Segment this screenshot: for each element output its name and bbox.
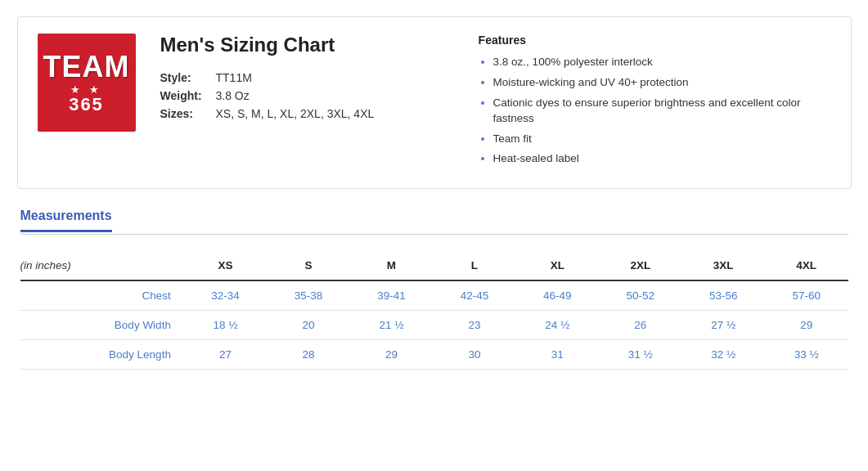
table-row: Chest32-3435-3839-4142-4546-4950-5253-56… bbox=[20, 280, 848, 311]
table-cell: 57-60 bbox=[765, 280, 848, 311]
table-col-header: M bbox=[350, 251, 433, 280]
table-body: Chest32-3435-3839-4142-4546-4950-5253-56… bbox=[20, 280, 848, 370]
table-col-header: S bbox=[267, 251, 349, 280]
table-cell: 18 ½ bbox=[184, 311, 267, 340]
logo-team-text: TEAM bbox=[43, 52, 130, 82]
features-section: Features 3.8 oz., 100% polyester interlo… bbox=[479, 34, 831, 172]
table-cell: 35-38 bbox=[267, 280, 349, 311]
row-label: Body Width bbox=[20, 311, 184, 340]
style-label: Style: bbox=[160, 71, 209, 84]
features-title: Features bbox=[479, 34, 831, 47]
table-cell: 29 bbox=[765, 311, 848, 340]
table-cell: 27 bbox=[184, 340, 267, 370]
table-cell: 32 ½ bbox=[682, 340, 765, 370]
table-cell: 24 ½ bbox=[516, 311, 599, 340]
col-label-inches: (in inches) bbox=[20, 251, 184, 280]
table-cell: 50-52 bbox=[599, 280, 681, 311]
size-table: (in inches) XSSMLXL2XL3XL4XL Chest32-343… bbox=[20, 251, 848, 370]
table-row: Body Width18 ½2021 ½2324 ½2627 ½29 bbox=[20, 311, 848, 340]
feature-item: Moisture-wicking and UV 40+ protection bbox=[493, 75, 831, 91]
table-cell: 32-34 bbox=[184, 280, 267, 311]
spec-row-weight: Weight: 3.8 Oz bbox=[160, 89, 454, 102]
table-cell: 53-56 bbox=[682, 280, 765, 311]
table-cell: 42-45 bbox=[433, 280, 515, 311]
weight-value: 3.8 Oz bbox=[216, 89, 250, 102]
table-row: Body Length272829303131 ½32 ½33 ½ bbox=[20, 340, 848, 370]
sizes-label: Sizes: bbox=[160, 107, 209, 120]
table-col-header: 2XL bbox=[599, 251, 681, 280]
top-card: TEAM ★ ★ 365 Men's Sizing Chart Style: T… bbox=[17, 16, 852, 189]
logo-365-text: 365 bbox=[69, 96, 104, 114]
feature-item: Heat-sealed label bbox=[493, 151, 831, 167]
table-cell: 30 bbox=[433, 340, 515, 370]
sizes-value: XS, S, M, L, XL, 2XL, 3XL, 4XL bbox=[216, 107, 375, 120]
product-info: Men's Sizing Chart Style: TT11M Weight: … bbox=[160, 34, 454, 125]
features-list: 3.8 oz., 100% polyester interlockMoistur… bbox=[479, 55, 831, 167]
row-label: Body Length bbox=[20, 340, 184, 370]
table-header-row: (in inches) XSSMLXL2XL3XL4XL bbox=[20, 251, 848, 280]
spec-row-sizes: Sizes: XS, S, M, L, XL, 2XL, 3XL, 4XL bbox=[160, 107, 454, 120]
table-cell: 46-49 bbox=[516, 280, 599, 311]
weight-label: Weight: bbox=[160, 89, 209, 102]
table-cell: 39-41 bbox=[350, 280, 433, 311]
product-title: Men's Sizing Chart bbox=[160, 34, 454, 56]
table-cell: 20 bbox=[267, 311, 349, 340]
table-col-header: XS bbox=[184, 251, 267, 280]
table-col-header: L bbox=[433, 251, 515, 280]
table-cell: 23 bbox=[433, 311, 515, 340]
table-col-header: XL bbox=[516, 251, 599, 280]
row-label: Chest bbox=[20, 280, 184, 311]
brand-logo: TEAM ★ ★ 365 bbox=[38, 34, 136, 132]
table-cell: 21 ½ bbox=[350, 311, 433, 340]
table-cell: 28 bbox=[267, 340, 349, 370]
spec-row-style: Style: TT11M bbox=[160, 71, 454, 84]
feature-item: Team fit bbox=[493, 132, 831, 147]
table-cell: 31 ½ bbox=[599, 340, 681, 370]
style-value: TT11M bbox=[216, 71, 252, 84]
table-cell: 33 ½ bbox=[765, 340, 848, 370]
table-col-header: 3XL bbox=[682, 251, 765, 280]
table-col-header: 4XL bbox=[765, 251, 848, 280]
measurements-heading: Measurements bbox=[20, 209, 112, 232]
table-cell: 27 ½ bbox=[682, 311, 765, 340]
feature-item: 3.8 oz., 100% polyester interlock bbox=[493, 55, 831, 70]
divider bbox=[20, 234, 848, 235]
measurements-section: Measurements (in inches) XSSMLXL2XL3XL4X… bbox=[17, 209, 852, 370]
page-wrapper: TEAM ★ ★ 365 Men's Sizing Chart Style: T… bbox=[17, 16, 852, 370]
table-cell: 29 bbox=[350, 340, 433, 370]
table-cell: 31 bbox=[516, 340, 599, 370]
feature-item: Cationic dyes to ensure superior brightn… bbox=[493, 96, 831, 127]
table-cell: 26 bbox=[599, 311, 681, 340]
